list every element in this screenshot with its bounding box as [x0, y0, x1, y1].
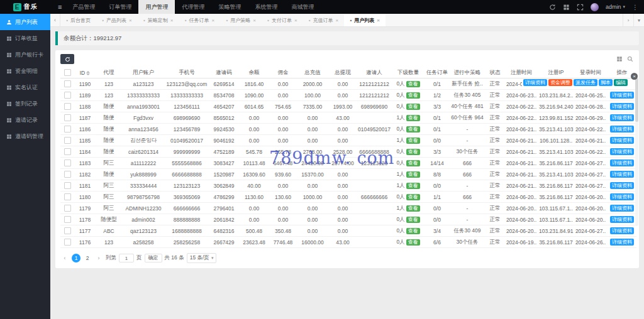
view-subordinates-button[interactable]: 查看: [406, 115, 420, 121]
select-all-checkbox[interactable]: [64, 69, 71, 76]
view-subordinates-button[interactable]: 查看: [406, 217, 420, 223]
detail-button[interactable]: 详细资料: [610, 239, 634, 246]
column-header-2[interactable]: 代理: [96, 67, 122, 78]
detail-button[interactable]: 详细资料: [610, 227, 634, 234]
table-refresh-button[interactable]: [60, 54, 74, 64]
column-header-11[interactable]: 下级数量: [391, 67, 425, 78]
detail-button[interactable]: 详细资料: [610, 114, 634, 121]
column-header-14[interactable]: 状态: [486, 67, 504, 78]
detail-button[interactable]: 详细资料: [610, 216, 634, 223]
column-header-8[interactable]: 总充值: [297, 67, 328, 78]
column-header-5[interactable]: 邀请码: [209, 67, 239, 78]
detail-button[interactable]: 详细资料: [610, 205, 634, 212]
detail-button[interactable]: 详细资料: [610, 126, 634, 132]
tab-close-icon[interactable]: ×: [211, 18, 214, 23]
tab-7[interactable]: ●充值订单×: [303, 14, 345, 26]
more-options-icon[interactable]: ⋮: [632, 4, 638, 11]
close-icon[interactable]: ×: [631, 73, 638, 80]
tab-5[interactable]: ●用户策略×: [220, 14, 262, 26]
row-action-1-button[interactable]: 详细资料: [523, 79, 547, 86]
user-menu[interactable]: admin ▾: [606, 4, 625, 10]
page-number-1[interactable]: 1: [72, 254, 80, 262]
sidebar-item-5[interactable]: 实名认证: [0, 79, 50, 95]
view-subordinates-button[interactable]: 查看: [406, 81, 420, 87]
view-subordinates-button[interactable]: 查看: [406, 205, 420, 212]
sidebar-item-3[interactable]: 用户银行卡: [0, 46, 50, 63]
detail-button[interactable]: 详细资料: [610, 148, 634, 155]
row-checkbox[interactable]: [64, 193, 71, 200]
nav-item-4[interactable]: 代理管理: [175, 0, 211, 14]
detail-button[interactable]: 详细资料: [610, 137, 634, 144]
nav-item-5[interactable]: 策略管理: [211, 0, 248, 14]
view-subordinates-button[interactable]: 查看: [406, 149, 420, 155]
nav-item-2[interactable]: 订单管理: [102, 0, 138, 14]
row-checkbox[interactable]: [64, 171, 71, 178]
tab-close-icon[interactable]: ×: [294, 18, 297, 23]
nav-item-3[interactable]: 用户管理: [138, 0, 175, 14]
sidebar-item-4[interactable]: 资金明细: [0, 63, 50, 79]
search-icon[interactable]: [627, 56, 633, 62]
view-subordinates-button[interactable]: 查看: [406, 126, 420, 132]
column-header-15[interactable]: 注册时间: [504, 67, 538, 78]
jump-confirm-button[interactable]: 确定: [145, 254, 162, 262]
sidebar-item-7[interactable]: 邀请记录: [0, 112, 50, 128]
scrollbar-thumb[interactable]: [635, 78, 638, 122]
tab-2[interactable]: ●产品列表×: [96, 14, 138, 26]
tabs-menu-icon[interactable]: ▾: [633, 14, 644, 26]
view-subordinates-button[interactable]: 查看: [406, 183, 420, 189]
tab-6[interactable]: ●支付订单×: [262, 14, 303, 26]
row-checkbox[interactable]: [64, 205, 71, 212]
sort-icon[interactable]: [86, 71, 90, 75]
per-page-select[interactable]: 15 条/页 ▾: [187, 253, 217, 263]
view-subordinates-button[interactable]: 查看: [406, 92, 420, 99]
avatar[interactable]: [591, 3, 599, 11]
page-number-2[interactable]: 2: [83, 254, 92, 262]
tab-1[interactable]: ●后台首页: [60, 14, 96, 26]
tabs-scroll-left-icon[interactable]: ‹: [50, 14, 60, 26]
row-checkbox[interactable]: [64, 92, 71, 99]
sidebar-item-2[interactable]: 订单收益: [0, 30, 50, 46]
tab-4[interactable]: ●任务订单×: [179, 14, 220, 26]
row-checkbox[interactable]: [64, 216, 71, 223]
jump-page-input[interactable]: [119, 254, 134, 262]
sidebar-item-6[interactable]: 签到记录: [0, 95, 50, 112]
detail-button[interactable]: 详细资料: [610, 92, 634, 99]
tab-close-icon[interactable]: ×: [377, 18, 380, 23]
tab-close-icon[interactable]: ×: [129, 18, 132, 23]
row-checkbox[interactable]: [64, 80, 71, 87]
nav-item-6[interactable]: 系统管理: [248, 0, 284, 14]
row-checkbox[interactable]: [64, 103, 71, 110]
view-subordinates-button[interactable]: 查看: [406, 138, 420, 144]
view-subordinates-button[interactable]: 查看: [406, 239, 420, 246]
column-header-13[interactable]: 进行中策略: [449, 67, 486, 78]
detail-button[interactable]: 详细资料: [610, 193, 634, 200]
tab-3[interactable]: ●策略定制×: [138, 14, 179, 26]
row-checkbox[interactable]: [64, 182, 71, 189]
sidebar-item-1[interactable]: 用户列表: [0, 14, 50, 30]
column-header-16[interactable]: 注册IP: [538, 67, 574, 78]
fullscreen-icon[interactable]: [577, 4, 584, 11]
nav-item-7[interactable]: 商城管理: [284, 0, 321, 14]
detail-button[interactable]: 详细资料: [610, 103, 634, 110]
view-subordinates-button[interactable]: 查看: [406, 194, 420, 200]
column-header-4[interactable]: 手机号: [165, 67, 209, 78]
detail-button[interactable]: 详细资料: [610, 160, 634, 166]
columns-toggle-icon[interactable]: [616, 56, 623, 62]
next-page-button[interactable]: ›: [94, 254, 103, 262]
row-action-3-button[interactable]: 派发任务: [574, 79, 597, 86]
row-checkbox[interactable]: [64, 239, 71, 246]
view-subordinates-button[interactable]: 查看: [406, 171, 420, 178]
tab-close-icon[interactable]: ×: [170, 18, 174, 23]
tab-8[interactable]: ●用户列表×: [344, 14, 386, 26]
menu-collapse-icon[interactable]: ≡: [58, 3, 62, 11]
column-header-1[interactable]: ID: [74, 67, 96, 78]
tab-close-icon[interactable]: ×: [253, 18, 256, 23]
row-checkbox[interactable]: [64, 160, 71, 166]
sidebar-item-8[interactable]: 邀请码管理: [0, 128, 50, 144]
view-subordinates-button[interactable]: 查看: [406, 104, 420, 110]
tabs-scroll-right-icon[interactable]: ›: [623, 14, 633, 26]
table-scrollbar[interactable]: [635, 78, 638, 226]
row-checkbox[interactable]: [64, 227, 71, 234]
column-header-6[interactable]: 余额: [239, 67, 269, 78]
row-action-2-button[interactable]: 资金调整: [548, 79, 572, 86]
